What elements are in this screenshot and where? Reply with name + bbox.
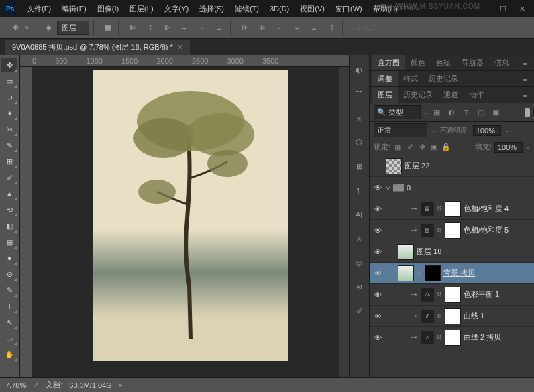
visibility-toggle[interactable]: 👁 [372, 247, 383, 257]
mask-thumbnail[interactable] [445, 201, 461, 217]
menu-layer[interactable]: 图层(L) [124, 1, 158, 17]
opacity-input[interactable]: 100% [473, 125, 501, 136]
path-select-tool[interactable]: ↖ [1, 315, 17, 330]
brush-tool[interactable]: ✐ [1, 170, 17, 185]
type-tool[interactable]: T [1, 299, 17, 314]
arrow-icon[interactable]: ↗ [33, 381, 39, 389]
move-tool[interactable]: ✥ [1, 58, 17, 72]
dock-icon-2[interactable]: ☷ [351, 86, 367, 102]
layer-row[interactable]: 👁⮡⚖⛓色彩平衡 1 [370, 284, 534, 306]
filter-shape-icon[interactable]: ▢ [475, 107, 487, 119]
link-chain-icon[interactable]: ⛓ [417, 270, 422, 276]
align-top-icon[interactable]: ⫟ [179, 22, 191, 34]
magic-wand-tool[interactable]: ✦ [1, 106, 17, 121]
visibility-toggle[interactable]: 👁 [372, 204, 383, 214]
transform-controls-icon[interactable]: ▦ [102, 22, 114, 34]
tab-navigator[interactable]: 导航器 [456, 55, 489, 70]
ruler-horizontal[interactable]: 0500100015002000250030003500 [20, 55, 349, 67]
link-chain-icon[interactable]: ⛓ [437, 334, 442, 340]
blur-tool[interactable]: ● [1, 251, 17, 265]
layer-name[interactable]: 曲线 2 拷贝 [464, 332, 531, 342]
layers-list[interactable]: 图层 22👁▽0👁⮡▤⛓色相/饱和度 4👁⮡▤⛓色相/饱和度 5👁图层 18👁⛓… [370, 155, 534, 377]
filter-adjust-icon[interactable]: ◐ [445, 107, 458, 119]
document-tab[interactable]: 9V0A0885 拷贝.psd @ 7.78% (图层 16, RGB/8) *… [5, 40, 190, 55]
eraser-tool[interactable]: ◧ [1, 218, 17, 233]
link-chain-icon[interactable]: ⛓ [437, 313, 442, 319]
scrollbar-vertical[interactable] [339, 67, 349, 377]
distribute-6-icon[interactable]: ⫱ [326, 22, 338, 34]
dock-icon-3[interactable]: ⚹ [351, 110, 367, 126]
align-bottom-icon[interactable]: ⫠ [214, 22, 226, 34]
folder-chevron-icon[interactable]: ▽ [386, 184, 390, 191]
panel-menu-icon[interactable]: ≡ [519, 91, 531, 99]
tab-history[interactable]: 历史记录 [423, 71, 464, 86]
visibility-toggle[interactable]: 👁 [372, 225, 383, 236]
lock-position-icon[interactable]: ✥ [417, 143, 427, 152]
marquee-tool[interactable]: ▭ [1, 74, 17, 88]
link-chain-icon[interactable]: ⛓ [437, 206, 442, 212]
menu-type[interactable]: 文字(Y) [159, 1, 195, 17]
tab-color[interactable]: 颜色 [405, 55, 431, 70]
filter-type-icon[interactable]: T [460, 107, 472, 119]
close-tab-icon[interactable]: ✕ [177, 43, 183, 52]
distribute-2-icon[interactable]: ⊫ [256, 22, 268, 34]
tab-channels[interactable]: 通道 [438, 87, 464, 103]
chevron-down-icon[interactable]: ⌄ [525, 144, 530, 150]
mask-thumbnail[interactable] [425, 265, 441, 281]
dock-icon-8[interactable]: A [351, 231, 367, 247]
layer-thumbnail[interactable] [398, 265, 414, 281]
filter-smart-icon[interactable]: ▣ [490, 107, 502, 119]
visibility-toggle[interactable]: 👁 [372, 289, 383, 300]
link-chain-icon[interactable]: ⛓ [437, 291, 442, 298]
mask-thumbnail[interactable] [445, 330, 461, 346]
mask-thumbnail[interactable] [445, 287, 461, 303]
lasso-tool[interactable]: ⊃ [1, 90, 17, 105]
canvas-image[interactable] [93, 70, 288, 361]
eyedropper-tool[interactable]: ✎ [1, 138, 17, 153]
crop-tool[interactable]: ✂ [1, 122, 17, 137]
mask-thumbnail[interactable] [445, 222, 461, 239]
tab-actions[interactable]: 动作 [464, 87, 489, 103]
filter-type-select[interactable]: 🔍 类型 [374, 105, 421, 119]
panel-menu-icon[interactable]: ≡ [519, 75, 531, 83]
chevron-down-icon[interactable]: ⌄ [505, 127, 510, 133]
menu-filter[interactable]: 滤镜(T) [229, 1, 264, 17]
menu-view[interactable]: 视图(V) [295, 1, 330, 17]
layer-name[interactable]: 0 [407, 184, 531, 192]
layer-row[interactable]: 👁⮡⬀⛓曲线 1 [370, 306, 534, 327]
dock-icon-10[interactable]: ⊚ [351, 279, 367, 295]
align-vcenter-icon[interactable]: ⫞ [197, 22, 209, 34]
align-right-icon[interactable]: ⊪ [162, 22, 174, 34]
distribute-5-icon[interactable]: ⫠ [309, 22, 321, 34]
dock-icon-4[interactable]: ⬡ [351, 134, 367, 150]
lock-brush-icon[interactable]: ✐ [405, 143, 415, 152]
dock-icon-6[interactable]: ¶ [351, 182, 367, 198]
3d-orbit-icon[interactable]: ⟲ [383, 22, 395, 34]
lock-pixels-icon[interactable]: ▦ [393, 143, 403, 152]
layer-row[interactable]: 👁▽0 [370, 177, 534, 198]
menu-image[interactable]: 图像(I) [92, 1, 124, 17]
layer-row[interactable]: 👁⮡▤⛓色相/饱和度 4 [370, 198, 534, 220]
menu-select[interactable]: 选择(S) [194, 1, 229, 17]
menu-window[interactable]: 窗口(W) [330, 1, 368, 17]
zoom-value[interactable]: 7.78% [5, 381, 26, 389]
align-hcenter-icon[interactable]: ⫱ [144, 22, 156, 34]
lock-all-icon[interactable]: 🔒 [441, 143, 451, 152]
tab-info[interactable]: 信息 [489, 55, 515, 70]
dock-icon-11[interactable]: ✐ [351, 303, 367, 319]
filter-pixel-icon[interactable]: ▦ [431, 107, 443, 119]
distribute-3-icon[interactable]: ⫞ [274, 22, 286, 34]
dock-icon-5[interactable]: ⊞ [351, 158, 367, 174]
visibility-toggle[interactable]: 👁 [372, 332, 383, 343]
filter-toggle[interactable] [525, 108, 530, 117]
menu-file[interactable]: 文件(F) [21, 1, 56, 17]
maximize-button[interactable]: ☐ [495, 3, 511, 15]
tab-swatches[interactable]: 色板 [431, 55, 456, 70]
ruler-vertical[interactable] [20, 67, 32, 377]
layer-name[interactable]: 色相/饱和度 5 [464, 225, 531, 235]
visibility-toggle[interactable]: 👁 [372, 182, 383, 193]
layer-row[interactable]: 👁⮡▤⛓色相/饱和度 5 [370, 220, 534, 241]
layer-name[interactable]: 背景 拷贝 [443, 268, 531, 278]
link-chain-icon[interactable]: ⛓ [437, 227, 442, 233]
layer-name[interactable]: 图层 22 [405, 161, 531, 171]
